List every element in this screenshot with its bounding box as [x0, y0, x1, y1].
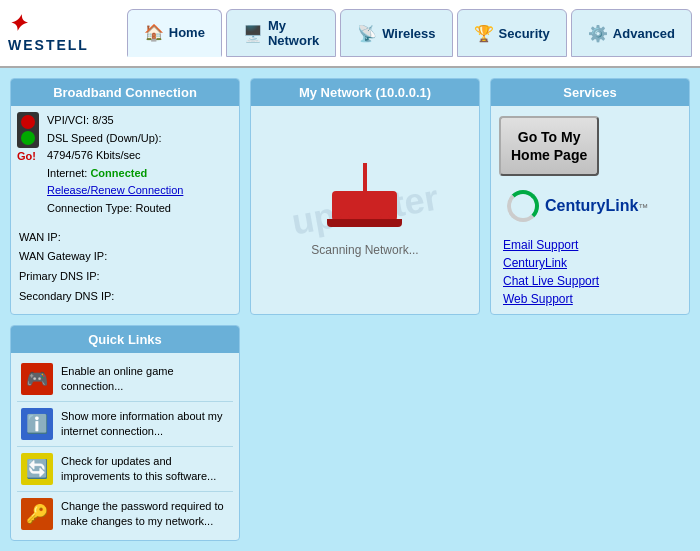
connection-type: Connection Type: Routed [47, 200, 183, 218]
light-green [21, 131, 35, 145]
main-content: Broadband Connection Go! VPI/VCI: 8/35 D… [0, 68, 700, 551]
release-renew-link[interactable]: Release/Renew Connection [47, 184, 183, 196]
broadband-title: Broadband Connection [11, 79, 239, 106]
tab-wireless[interactable]: 📡 Wireless [340, 9, 452, 57]
broadband-info-text: VPI/VCI: 8/35 DSL Speed (Down/Up): 4794/… [47, 112, 183, 218]
centurylink-name: CenturyLink [545, 197, 638, 214]
tab-my-network-label: My Network [268, 18, 319, 48]
tab-security[interactable]: 🏆 Security [457, 9, 567, 57]
network-icon: 🖥️ [243, 24, 263, 43]
centurylink-logo: CenturyLink™ [499, 184, 681, 228]
quick-link-update[interactable]: 🔄 Check for updates and improvements to … [17, 447, 233, 492]
tab-home-label: Home [169, 25, 205, 40]
service-links: Email Support CenturyLink Chat Live Supp… [491, 232, 689, 312]
goto-homepage-button[interactable]: Go To MyHome Page [499, 116, 599, 176]
chat-support-link[interactable]: Chat Live Support [503, 274, 677, 288]
quick-links-body: 🎮 Enable an online game connection... ℹ️… [11, 353, 239, 540]
broadband-panel: Broadband Connection Go! VPI/VCI: 8/35 D… [10, 78, 240, 315]
quick-link-game-text: Enable an online game connection... [61, 364, 229, 395]
wan-gateway: WAN Gateway IP: [19, 247, 231, 267]
primary-dns: Primary DNS IP: [19, 267, 231, 287]
web-support-link[interactable]: Web Support [503, 292, 677, 306]
light-red [21, 115, 35, 129]
tab-wireless-label: Wireless [382, 26, 435, 41]
internet-status-row: Internet: Connected [47, 165, 183, 183]
services-title: Services [491, 79, 689, 106]
network-title: My Network (10.0.0.1) [251, 79, 479, 106]
router-icon [325, 163, 405, 223]
bottom-row: Quick Links 🎮 Enable an online game conn… [10, 325, 690, 541]
logo-text: WESTELL [8, 37, 89, 53]
quick-link-info[interactable]: ℹ️ Show more information about my intern… [17, 402, 233, 447]
tab-advanced[interactable]: ⚙️ Advanced [571, 9, 692, 57]
go-label: Go! [17, 150, 39, 162]
update-icon: 🔄 [21, 453, 53, 485]
logo: ✦ WESTELL [8, 13, 117, 53]
tab-home[interactable]: 🏠 Home [127, 9, 222, 57]
quick-links-panel: Quick Links 🎮 Enable an online game conn… [10, 325, 240, 541]
tab-my-network[interactable]: 🖥️ My Network [226, 9, 336, 57]
logo-icon: ✦ [8, 13, 89, 35]
top-row: Broadband Connection Go! VPI/VCI: 8/35 D… [10, 78, 690, 315]
nav-tabs: 🏠 Home 🖥️ My Network 📡 Wireless 🏆 Securi… [127, 9, 692, 57]
network-body: uprouter Scanning Network... [251, 106, 479, 314]
vpi-vci: VPI/VCI: 8/35 [47, 112, 183, 130]
advanced-icon: ⚙️ [588, 24, 608, 43]
quick-link-game[interactable]: 🎮 Enable an online game connection... [17, 357, 233, 402]
info-icon: ℹ️ [21, 408, 53, 440]
quick-link-update-text: Check for updates and improvements to th… [61, 454, 229, 485]
centurylink-link[interactable]: CenturyLink [503, 256, 677, 270]
tab-advanced-label: Advanced [613, 26, 675, 41]
header: ✦ WESTELL 🏠 Home 🖥️ My Network 📡 Wireles… [0, 0, 700, 68]
centurylink-spinner-icon [507, 190, 539, 222]
internet-status: Connected [90, 167, 147, 179]
secondary-dns: Secondary DNS IP: [19, 287, 231, 307]
broadband-info: Go! VPI/VCI: 8/35 DSL Speed (Down/Up): 4… [11, 106, 239, 224]
wireless-icon: 📡 [357, 24, 377, 43]
network-panel: My Network (10.0.0.1) uprouter Scanning … [250, 78, 480, 315]
password-icon: 🔑 [21, 498, 53, 530]
centurylink-suffix: ™ [638, 202, 648, 213]
traffic-light [17, 112, 39, 148]
centurylink-text: CenturyLink™ [545, 197, 648, 215]
scanning-text: Scanning Network... [311, 243, 418, 257]
services-panel: Services Go To MyHome Page CenturyLink™ … [490, 78, 690, 315]
quick-links-title: Quick Links [11, 326, 239, 353]
internet-label: Internet: [47, 167, 87, 179]
tab-security-label: Security [499, 26, 550, 41]
dsl-speed-label: DSL Speed (Down/Up): [47, 130, 183, 148]
quick-link-info-text: Show more information about my internet … [61, 409, 229, 440]
security-icon: 🏆 [474, 24, 494, 43]
email-support-link[interactable]: Email Support [503, 238, 677, 252]
game-icon: 🎮 [21, 363, 53, 395]
quick-link-password[interactable]: 🔑 Change the password required to make c… [17, 492, 233, 536]
quick-link-password-text: Change the password required to make cha… [61, 499, 229, 530]
home-icon: 🏠 [144, 23, 164, 42]
wan-ip: WAN IP: [19, 228, 231, 248]
broadband-extra-info: WAN IP: WAN Gateway IP: Primary DNS IP: … [11, 224, 239, 311]
dsl-speed-value: 4794/576 Kbits/sec [47, 147, 183, 165]
